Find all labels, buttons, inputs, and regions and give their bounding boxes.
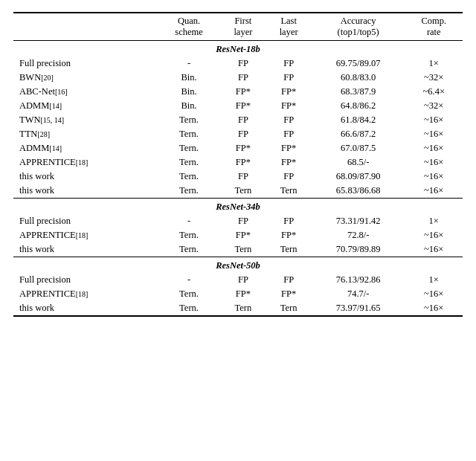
method-name: Full precision <box>13 273 158 287</box>
cell-first: FP <box>220 113 266 127</box>
cell-first: FP <box>220 273 266 287</box>
section-header-0: ResNet-18b <box>13 41 463 57</box>
table-row: this workTern.FPFP68.09/87.90~16× <box>13 170 463 184</box>
cell-accuracy: 68.3/87.9 <box>312 85 405 99</box>
cell-last: Tern <box>266 301 312 316</box>
cell-quan: Tern. <box>158 228 220 242</box>
cell-comp: ~16× <box>405 287 463 301</box>
table-row: APPRENTICE[18]Tern.FP*FP*68.5/-~16× <box>13 155 463 170</box>
cell-last: FP* <box>266 155 312 170</box>
cell-first: Tern <box>220 242 266 257</box>
cell-first: FP <box>220 170 266 184</box>
table-row: TWN[15, 14]Tern.FPFP61.8/84.2~16× <box>13 113 463 127</box>
citation: [20] <box>41 74 54 82</box>
table-row: ADMM[14]Bin.FP*FP*64.8/86.2~32× <box>13 99 463 113</box>
table-row: Full precision-FPFP69.75/89.071× <box>13 57 463 71</box>
cell-comp: ~16× <box>405 170 463 184</box>
cell-quan: - <box>158 214 220 228</box>
cell-accuracy: 72.8/- <box>312 228 405 242</box>
cell-first: FP* <box>220 85 266 99</box>
cell-comp: ~16× <box>405 113 463 127</box>
cell-first: FP* <box>220 228 266 242</box>
cell-first: FP <box>220 57 266 71</box>
cell-first: Tern <box>220 184 266 199</box>
method-name: ADMM[14] <box>13 141 158 155</box>
cell-quan: - <box>158 57 220 71</box>
cell-comp: 1× <box>405 273 463 287</box>
cell-quan: Bin. <box>158 99 220 113</box>
main-table: Quan.scheme Firstlayer Lastlayer Accurac… <box>13 12 463 317</box>
citation: [16] <box>55 88 68 96</box>
cell-accuracy: 64.8/86.2 <box>312 99 405 113</box>
cell-accuracy: 68.5/- <box>312 155 405 170</box>
cell-first: FP* <box>220 155 266 170</box>
method-name: TWN[15, 14] <box>13 113 158 127</box>
cell-comp: ~16× <box>405 141 463 155</box>
cell-first: FP <box>220 214 266 228</box>
section-header-2: ResNet-50b <box>13 257 463 274</box>
cell-comp: ~6.4× <box>405 85 463 99</box>
table-row: this workTern.TernTern70.79/89.89~16× <box>13 242 463 257</box>
cell-first: FP* <box>220 141 266 155</box>
cell-first: FP <box>220 71 266 85</box>
cell-accuracy: 69.75/89.07 <box>312 57 405 71</box>
method-name: Full precision <box>13 57 158 71</box>
cell-last: FP* <box>266 99 312 113</box>
cell-comp: ~32× <box>405 71 463 85</box>
method-name: ABC-Net[16] <box>13 85 158 99</box>
col-method <box>13 13 158 41</box>
cell-last: FP <box>266 127 312 141</box>
cell-last: FP* <box>266 85 312 99</box>
citation: [15, 14] <box>40 116 64 124</box>
cell-comp: ~16× <box>405 301 463 316</box>
cell-first: FP <box>220 127 266 141</box>
cell-quan: Tern. <box>158 127 220 141</box>
table-row: this workTern.TernTern65.83/86.68~16× <box>13 184 463 199</box>
cell-quan: Tern. <box>158 301 220 316</box>
cell-comp: ~16× <box>405 242 463 257</box>
cell-comp: 1× <box>405 214 463 228</box>
cell-accuracy: 66.6/87.2 <box>312 127 405 141</box>
method-name: APPRENTICE[18] <box>13 228 158 242</box>
citation: [14] <box>49 102 62 110</box>
cell-first: FP* <box>220 287 266 301</box>
cell-quan: Bin. <box>158 71 220 85</box>
method-name: BWN[20] <box>13 71 158 85</box>
col-comp: Comp.rate <box>405 13 463 41</box>
method-name: ADMM[14] <box>13 99 158 113</box>
cell-accuracy: 61.8/84.2 <box>312 113 405 127</box>
cell-last: FP* <box>266 141 312 155</box>
citation: [18] <box>76 158 89 167</box>
table-row: BWN[20]Bin.FPFP60.8/83.0~32× <box>13 71 463 85</box>
cell-comp: ~16× <box>405 155 463 170</box>
cell-accuracy: 60.8/83.0 <box>312 71 405 85</box>
cell-quan: Tern. <box>158 287 220 301</box>
cell-comp: 1× <box>405 57 463 71</box>
cell-quan: - <box>158 273 220 287</box>
cell-quan: Tern. <box>158 155 220 170</box>
cell-last: FP <box>266 71 312 85</box>
section-header-1: ResNet-34b <box>13 199 463 215</box>
table-header: Quan.scheme Firstlayer Lastlayer Accurac… <box>13 13 463 41</box>
col-quan: Quan.scheme <box>158 13 220 41</box>
cell-last: FP <box>266 113 312 127</box>
cell-quan: Tern. <box>158 184 220 199</box>
table-row: ABC-Net[16]Bin.FP*FP*68.3/87.9~6.4× <box>13 85 463 99</box>
cell-quan: Tern. <box>158 170 220 184</box>
table-row: TTN[28]Tern.FPFP66.6/87.2~16× <box>13 127 463 141</box>
cell-accuracy: 74.7/- <box>312 287 405 301</box>
cell-accuracy: 73.31/91.42 <box>312 214 405 228</box>
cell-accuracy: 73.97/91.65 <box>312 301 405 316</box>
cell-comp: ~16× <box>405 228 463 242</box>
cell-first: Tern <box>220 301 266 316</box>
cell-quan: Bin. <box>158 85 220 99</box>
cell-accuracy: 76.13/92.86 <box>312 273 405 287</box>
cell-last: FP* <box>266 228 312 242</box>
cell-accuracy: 70.79/89.89 <box>312 242 405 257</box>
col-accuracy: Accuracy(top1/top5) <box>312 13 405 41</box>
cell-accuracy: 65.83/86.68 <box>312 184 405 199</box>
method-name: this work <box>13 184 158 199</box>
method-name: Full precision <box>13 214 158 228</box>
table-row: APPRENTICE[18]Tern.FP*FP*72.8/-~16× <box>13 228 463 242</box>
cell-last: FP <box>266 57 312 71</box>
